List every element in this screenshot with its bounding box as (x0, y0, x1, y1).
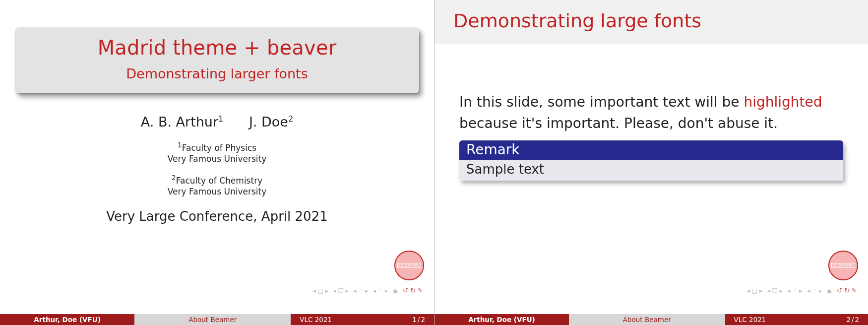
page: Madrid theme + beaver Demonstrating larg… (0, 0, 868, 325)
author-2: J. Doe (249, 114, 288, 130)
logo-text: LOGO HERE (397, 263, 421, 268)
presentation-subtitle: Demonstrating larger fonts (20, 66, 414, 81)
nav-doc-icon[interactable]: ≣ (393, 287, 398, 294)
slide-title: Madrid theme + beaver Demonstrating larg… (0, 0, 434, 325)
nav-back-forward-icon[interactable]: ↺ ↻ ✎ (837, 287, 857, 294)
logo-placeholder: LOGO HERE (828, 251, 858, 280)
nav-frame-icon[interactable]: ◂ ❐ ▸ (767, 287, 782, 294)
remark-block: Remark Sample text (459, 140, 843, 181)
nav-section-icon[interactable]: ◂ ≡ ▸ (373, 287, 388, 294)
foot-author: Arthur, Doe (VFU) (0, 314, 134, 325)
footline: Arthur, Doe (VFU) About Beamer VLC 2021 … (0, 314, 434, 325)
logo-placeholder: LOGO HERE (394, 251, 424, 280)
nav-back-forward-icon[interactable]: ↺ ↻ ✎ (403, 287, 423, 294)
nav-slide-icon[interactable]: ◂ □ ▸ (747, 287, 762, 294)
nav-symbols[interactable]: ◂ □ ▸ ◂ ❐ ▸ ◂ ≡ ▸ ◂ ≡ ▸ ≣ ↺ ↻ ✎ (747, 287, 857, 294)
foot-page: 2/2 (846, 316, 859, 324)
author-2-affil-mark: 2 (288, 114, 293, 124)
foot-venue-page: VLC 2021 1/2 (291, 314, 434, 325)
affiliation-2: 2Faculty of Chemistry Very Famous Univer… (0, 173, 434, 197)
remark-body: Sample text (459, 160, 843, 181)
footline: Arthur, Doe (VFU) About Beamer VLC 2021 … (434, 314, 868, 325)
nav-symbols[interactable]: ◂ □ ▸ ◂ ❐ ▸ ◂ ≡ ▸ ◂ ≡ ▸ ≣ ↺ ↻ ✎ (313, 287, 423, 294)
foot-author: Arthur, Doe (VFU) (434, 314, 569, 325)
alert-text: highlighted (744, 94, 822, 110)
logo-text: LOGO HERE (831, 263, 855, 268)
affil-2-mark: 2 (172, 174, 176, 182)
affil-1-dept: Faculty of Physics (182, 143, 256, 153)
nav-frame-icon[interactable]: ◂ ❐ ▸ (333, 287, 348, 294)
affil-1-mark: 1 (178, 141, 182, 149)
author-1-affil-mark: 1 (218, 114, 223, 124)
body-paragraph: In this slide, some important text will … (434, 91, 868, 134)
affil-2-univ: Very Famous University (168, 187, 267, 196)
foot-venue-page: VLC 2021 2/2 (725, 314, 868, 325)
foot-venue: VLC 2021 (300, 316, 332, 324)
foot-title: About Beamer (569, 314, 725, 325)
foot-title: About Beamer (134, 314, 291, 325)
conference-line: Very Large Conference, April 2021 (0, 209, 434, 224)
body-text-post: because it's important. Please, don't ab… (459, 115, 778, 131)
nav-subsection-icon[interactable]: ◂ ≡ ▸ (788, 287, 803, 294)
frametitle: Demonstrating large fonts (453, 10, 853, 32)
nav-doc-icon[interactable]: ≣ (827, 287, 832, 294)
foot-page: 1/2 (412, 316, 425, 324)
nav-slide-icon[interactable]: ◂ □ ▸ (313, 287, 328, 294)
slide-frame: Demonstrating large fonts In this slide,… (434, 0, 868, 325)
affil-1-univ: Very Famous University (168, 154, 267, 164)
author-1: A. B. Arthur (141, 114, 218, 130)
foot-venue: VLC 2021 (734, 316, 766, 324)
remark-title: Remark (459, 140, 843, 160)
nav-subsection-icon[interactable]: ◂ ≡ ▸ (354, 287, 369, 294)
authors-line: A. B. Arthur1 J. Doe2 (0, 114, 434, 130)
frametitle-bar: Demonstrating large fonts (434, 0, 868, 44)
affil-2-dept: Faculty of Chemistry (176, 176, 262, 186)
body-text-pre: In this slide, some important text will … (459, 94, 744, 110)
affiliation-1: 1Faculty of Physics Very Famous Universi… (0, 140, 434, 164)
title-block: Madrid theme + beaver Demonstrating larg… (15, 27, 419, 93)
nav-section-icon[interactable]: ◂ ≡ ▸ (807, 287, 822, 294)
presentation-title: Madrid theme + beaver (20, 36, 414, 59)
